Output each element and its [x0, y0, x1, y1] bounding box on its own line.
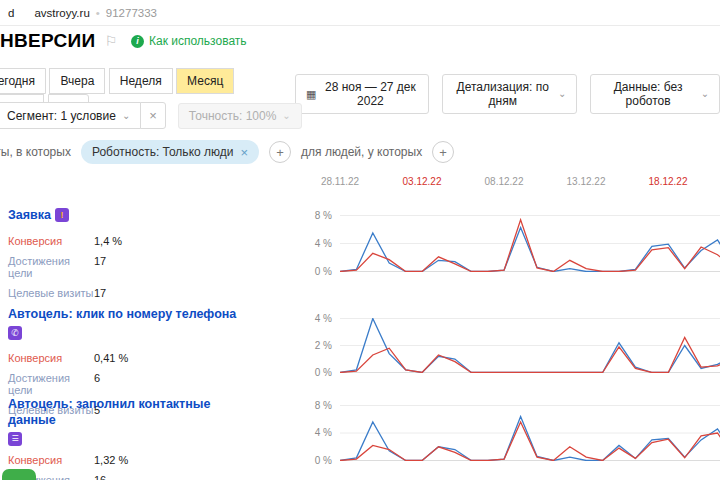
goal-name-link[interactable]: Заявка [8, 207, 51, 223]
topbar-partial-text: d [8, 7, 14, 19]
x-axis-tick: 03.12.22 [403, 176, 442, 187]
metric-value-conversion: 1,32 % [94, 454, 240, 466]
period-month-button[interactable]: Месяц [176, 68, 234, 94]
metric-value-goal-reaches: 17 [94, 255, 240, 267]
counter-id: 91277333 [106, 7, 157, 19]
conversion-line-chart-phone-click [340, 318, 720, 373]
detalization-label: Детализация: по дням [453, 80, 552, 108]
date-range-label: 28 ноя — 27 дек 2022 [322, 80, 418, 108]
metric-label-conversion[interactable]: Конверсия [8, 454, 94, 466]
x-axis-tick: 13.12.22 [567, 176, 606, 187]
x-axis-tick: 28.11.22 [321, 176, 359, 187]
segment-dropdown[interactable]: Сегмент: 1 условие ⌄ [0, 102, 141, 129]
info-icon: i [131, 35, 144, 48]
data-mode-label: Данные: без роботов [601, 80, 694, 108]
y-axis-tick: 4 % [300, 313, 332, 324]
x-axis-tick: 08.12.22 [485, 176, 524, 187]
y-axis-tick: 8 % [300, 400, 332, 411]
y-axis-tick: 4 % [300, 427, 332, 438]
people-condition-label: для людей, у которых [301, 145, 422, 159]
metric-label-goal-reaches[interactable]: Достижения цели [8, 255, 94, 279]
metrica-conversions-page: d avstroyy.ru • 91277333 КОНВЕРСИИ ⚐ i К… [0, 0, 720, 480]
plus-icon: + [439, 145, 447, 160]
conversion-line-chart-zayavka [340, 215, 720, 272]
goal-block-contact-form: Автоцель: заполнил контактные данные ☰ К… [8, 396, 240, 480]
chevron-down-icon: ⌄ [282, 111, 290, 121]
period-today-button[interactable]: Сегодня [0, 68, 46, 94]
segment-control: Сегмент: 1 условие ⌄ × [0, 102, 166, 129]
segment-clear-button[interactable]: × [140, 102, 166, 129]
y-axis-tick: 0 % [300, 455, 332, 466]
accuracy-label: Точность: 100% [189, 109, 276, 123]
goal-stats: Конверсия 1,4 % Достижения цели 17 Целев… [8, 235, 240, 299]
chat-widget-button[interactable] [2, 469, 36, 480]
metric-value-conversion: 0,41 % [94, 352, 240, 364]
calendar-icon: ▦ [306, 89, 316, 100]
y-axis-tick: 0 % [300, 266, 332, 277]
topbar-separator: • [96, 7, 100, 19]
chevron-down-icon: ⌄ [122, 111, 130, 121]
y-axis-tick: 8 % [300, 210, 332, 221]
page-title: КОНВЕРСИИ [0, 30, 95, 52]
y-axis-tick: 2 % [300, 340, 332, 351]
goal-block-zayavka: Заявка ! Конверсия 1,4 % Достижения цели… [8, 207, 240, 299]
how-to-use-label: Как использовать [149, 34, 247, 48]
y-axis-tick: 0 % [300, 367, 332, 378]
metric-label-goal-reaches[interactable]: Достижения цели [8, 372, 94, 396]
metric-label-conversion[interactable]: Конверсия [8, 235, 94, 247]
segment-label: Сегмент: 1 условие [7, 109, 116, 123]
period-yesterday-button[interactable]: Вчера [49, 68, 105, 94]
goal-stats: Конверсия 1,32 % Достижения цели 16 Целе… [8, 454, 240, 480]
date-range-picker[interactable]: ▦ 28 ноя — 27 дек 2022 [295, 74, 429, 114]
topbar: d avstroyy.ru • 91277333 [0, 0, 720, 26]
title-row: КОНВЕРСИИ ⚐ i Как использовать [0, 30, 247, 52]
bookmark-icon[interactable]: ⚐ [104, 33, 117, 49]
data-mode-dropdown[interactable]: Данные: без роботов ⌄ [590, 74, 720, 114]
goal-name-link[interactable]: Автоцель: клик по номеру телефона [8, 306, 236, 322]
period-week-button[interactable]: Неделя [109, 68, 173, 94]
goal-title: Автоцель: клик по номеру телефона ✆ [8, 306, 240, 340]
goal-title: Автоцель: заполнил контактные данные ☰ [8, 396, 240, 446]
metric-label-conversion[interactable]: Конверсия [8, 352, 94, 364]
x-axis-tick: 18.12.22 [649, 176, 688, 187]
metric-value-target-visits: 17 [94, 287, 240, 299]
conversion-line-chart-contact-form [340, 405, 720, 461]
visits-condition-label: визиты, в которых [0, 145, 71, 159]
form-icon: ☰ [8, 432, 22, 446]
chip-close-icon[interactable]: × [240, 146, 248, 159]
goal-title: Заявка ! [8, 207, 240, 223]
chip-label: Роботность: Только люди [92, 145, 234, 159]
counter-site-name[interactable]: avstroyy.ru [34, 7, 89, 19]
segment-builder-row: визиты, в которых Роботность: Только люд… [0, 140, 454, 164]
phone-icon: ✆ [8, 326, 22, 340]
metric-value-conversion: 1,4 % [94, 235, 240, 247]
detalization-dropdown[interactable]: Детализация: по дням ⌄ [442, 74, 577, 114]
segment-row: Сегмент: 1 условие ⌄ × Точность: 100% ⌄ [0, 102, 302, 129]
chevron-down-icon: ⌄ [558, 89, 566, 99]
how-to-use-link[interactable]: i Как использовать [131, 34, 247, 48]
goal-name-link[interactable]: Автоцель: заполнил контактные данные [8, 396, 240, 428]
chevron-down-icon: ⌄ [701, 89, 709, 99]
goal-warning-icon: ! [55, 208, 69, 222]
add-visits-condition-button[interactable]: + [269, 141, 291, 163]
y-axis-tick: 4 % [300, 238, 332, 249]
metric-value-goal-reaches: 16 [94, 474, 240, 480]
metric-label-target-visits[interactable]: Целевые визиты [8, 287, 94, 299]
plus-icon: + [276, 145, 284, 160]
robots-filter-chip[interactable]: Роботность: Только люди × [81, 140, 259, 164]
close-icon: × [149, 108, 157, 123]
add-people-condition-button[interactable]: + [432, 141, 454, 163]
accuracy-dropdown[interactable]: Точность: 100% ⌄ [178, 103, 302, 129]
metric-value-goal-reaches: 6 [94, 372, 240, 384]
